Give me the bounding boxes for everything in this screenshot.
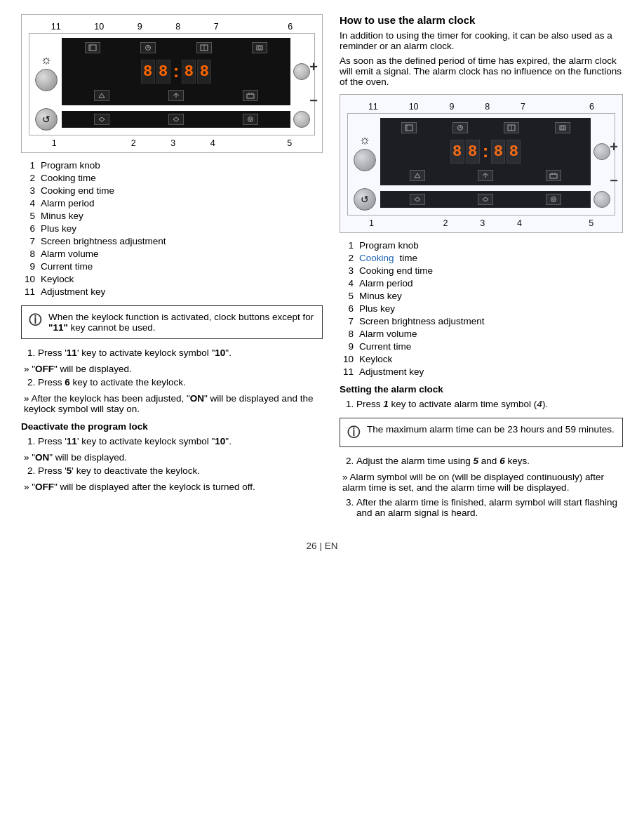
icon-box-c2 (168, 114, 184, 125)
digit-group-1: 8 8 (141, 60, 170, 84)
sun-icon-right: ☼ (359, 133, 371, 147)
r-list-item-5: 5Minus key (340, 291, 623, 301)
cooking-time-label: Cooking (359, 253, 394, 263)
r-list-item-11: 11Adjustment key (340, 366, 623, 377)
setting-heading: Setting the alarm clock (340, 384, 623, 395)
info-text-left: When the keylock function is activated, … (48, 312, 315, 333)
svg-point-26 (551, 197, 556, 202)
diagram-top-row: ☼ (34, 38, 310, 105)
info-box-left: ⓘ When the keylock function is activated… (21, 305, 323, 339)
list-item-1: 1Program knob (21, 160, 323, 171)
icon-box-c3 (243, 114, 258, 125)
right-diagram: 11 10 9 8 7 6 ☼ (340, 94, 623, 233)
dial-6-right (593, 143, 610, 160)
intro-p2: As soon as the defined period of time ha… (340, 55, 623, 87)
page-footer: 26 | EN (21, 541, 623, 551)
arrow-result-1-left: » "OFF" will be displayed. (24, 364, 323, 374)
top-numbers-right: 11 10 9 8 7 6 (347, 102, 615, 112)
digit-1: 8 (141, 60, 155, 84)
plus-label-right: + (610, 140, 618, 154)
icon-box-rc3 (546, 194, 561, 205)
display-icons-bottom-left (65, 90, 288, 101)
list-item-3: 3Cooking end time (21, 185, 323, 196)
list-item-6: 6Plus key (21, 223, 323, 234)
icon-box-c1 (94, 114, 109, 125)
step-1-left: Press '11' key to activate keylock symbo… (38, 348, 323, 358)
list-item-4: 4Alarm period (21, 198, 323, 208)
display-panel-left: 8 8 : 8 8 (62, 38, 290, 105)
info-box-right: ⓘ The maximum alarm time can be 23 hours… (340, 418, 623, 447)
deactivate-step-2: Press '5' key to deactivate the keylock. (38, 465, 323, 476)
page-number: 26 | EN (307, 541, 338, 551)
display-panel-right: 8 8 : 8 8 (380, 118, 591, 185)
r-list-item-8: 8Alarm volume (340, 329, 623, 339)
diagram-top-row-right: ☼ (352, 118, 610, 185)
setting-step-1: Press 1 key to activate alarm time symbo… (356, 399, 623, 409)
icon-box-2 (140, 42, 156, 53)
icon-box-r3 (504, 122, 519, 133)
list-item-2: 2Cooking time (21, 173, 323, 183)
left-diagram-inner: ☼ (29, 33, 315, 135)
svg-point-13 (250, 119, 252, 121)
deactivate-arrow-2: » "OFF" will be displayed after the keyl… (24, 482, 323, 492)
digit-r3: 8 (491, 140, 505, 164)
r-list-item-7: 7Screen brightness adjustment (340, 316, 623, 326)
r-list-item-10: 10Keylock (340, 354, 623, 364)
diagram-bottom-row: ↺ (34, 108, 310, 131)
digit-r1: 8 (450, 140, 464, 164)
icon-box-rb3 (546, 170, 561, 181)
icon-box-b2 (168, 90, 184, 101)
deactivate-steps-left: Press '11' key to activate keylock symbo… (21, 436, 323, 446)
dial-11-right (354, 149, 376, 171)
deactivate-arrow-1: » "ON" will be displayed. (24, 452, 323, 463)
list-item-5: 5Minus key (21, 211, 323, 221)
dial-clock-right: ↺ (354, 188, 376, 211)
digit-2: 8 (156, 60, 170, 84)
r-list-item-4: 4Alarm period (340, 278, 623, 289)
r-list-item-9: 9Current time (340, 341, 623, 352)
icon-box-r2 (452, 122, 468, 133)
icon-box-4 (252, 42, 267, 53)
left-diagram: 11 10 9 8 7 6 ☼ (21, 14, 323, 153)
display-digits-right: 8 8 : 8 8 (383, 137, 588, 166)
digit-r4: 8 (507, 140, 521, 164)
icon-box-3 (196, 42, 212, 53)
arrow-result-2-left: » After the keylock has been adjusted, "… (24, 393, 323, 414)
r-list-item-2: 2Cooking time (340, 253, 623, 263)
minus-label-left: − (309, 93, 318, 107)
info-icon-left: ⓘ (29, 312, 43, 333)
icon-box-b3 (243, 90, 258, 101)
r-list-item-6: 6Plus key (340, 303, 623, 314)
dial-5-right (593, 191, 610, 208)
list-item-7: 7Screen brightness adjustment (21, 236, 323, 246)
icon-box-b1 (94, 90, 109, 101)
setting-arrow-1: » Alarm symbol will be on (will be displ… (342, 472, 623, 493)
display-icons-top-left (65, 42, 288, 53)
list-item-9: 9Current time (21, 261, 323, 272)
step-2-left: Press 6 key to activate the keylock. (38, 377, 323, 388)
list-item-10: 10Keylock (21, 274, 323, 284)
right-diagram-inner: ☼ (347, 113, 615, 216)
r-list-item-1: 1Program knob (340, 240, 623, 251)
page-layout: 11 10 9 8 7 6 ☼ (21, 14, 623, 524)
sun-icon: ☼ (41, 53, 53, 67)
left-column: 11 10 9 8 7 6 ☼ (21, 14, 323, 524)
diagram-bottom-row-right: ↺ (352, 188, 610, 211)
digit-r2: 8 (466, 140, 480, 164)
digit-group-r2: 8 8 (491, 140, 521, 164)
digit-group-r1: 8 8 (450, 140, 480, 164)
setting-step-2: Adjust the alarm time using 5 and 6 keys… (356, 456, 623, 466)
minus-label-right: − (610, 173, 618, 187)
main-heading: How to use the alarm clock (340, 14, 623, 26)
colon-sep-right: : (483, 142, 489, 161)
icon-box-r4 (555, 122, 570, 133)
icon-box-rc1 (410, 194, 425, 205)
list-item-8: 8Alarm volume (21, 249, 323, 259)
info-icon-right: ⓘ (347, 424, 361, 441)
dial-5-left (293, 111, 310, 128)
top-numbers-left: 11 10 9 8 7 6 (29, 22, 315, 32)
dial-clock-left: ↺ (35, 108, 58, 131)
setting-step-3: After the alarm time is finished, alarm … (356, 497, 623, 518)
svg-point-8 (258, 46, 261, 49)
icon-box-r1 (401, 122, 417, 133)
